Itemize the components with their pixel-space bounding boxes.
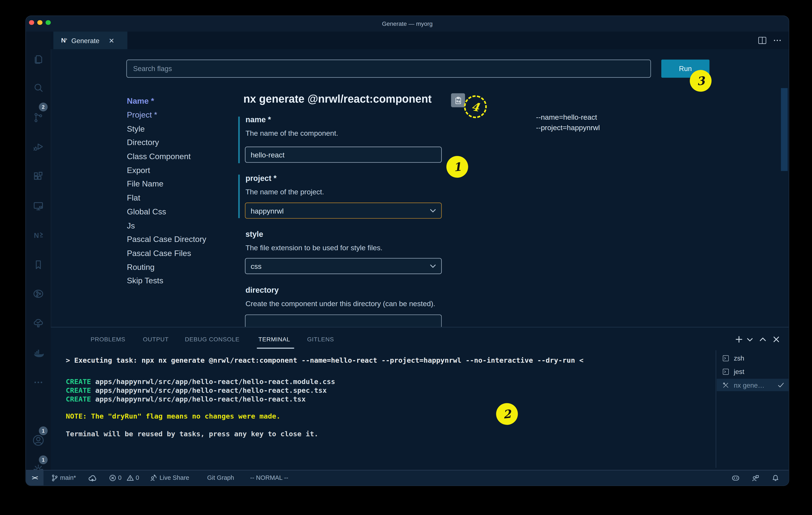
tab-debug-console[interactable]: DEBUG CONSOLE [185,336,239,343]
accounts-icon[interactable] [31,433,46,448]
create-keyword: CREATE [66,377,91,385]
style-field-description: The file extension to be used for style … [245,243,382,252]
terminal-list-item-nx-generate[interactable]: nx gene… [717,379,789,391]
flag-name-preview: --name=hello-react [536,112,600,123]
chevron-down-icon [430,264,436,268]
generator-heading: nx generate @nrwl/react:component [243,93,432,105]
todo-tree-icon[interactable] [32,317,45,329]
style-select[interactable]: css [245,258,442,274]
flag-list-item-file-name[interactable]: File Name [127,177,236,191]
svg-text:N: N [34,232,39,239]
extensions-icon[interactable] [32,170,45,183]
new-terminal-icon[interactable] [735,335,743,344]
git-branch-label[interactable]: main* [60,470,76,485]
terminal-list-item-jest[interactable]: jest [717,365,789,378]
terminal-output[interactable]: > Executing task: npx nx generate @nrwl/… [66,352,711,443]
active-tab-underline [257,348,294,349]
bookmarks-icon[interactable] [32,259,45,271]
style-select-value: css [251,262,261,270]
git-graph-icon[interactable] [32,288,45,300]
flag-list-item-skip-tests[interactable]: Skip Tests [127,274,236,288]
source-control-icon[interactable] [32,111,45,124]
clipboard-icon [453,96,463,105]
terminal-list-label: zsh [734,354,744,362]
nx-console-icon[interactable]: N [32,229,45,241]
project-select[interactable]: happynrwl [245,203,442,219]
editor-scrollbar[interactable] [781,88,788,171]
terminal-list-item-zsh[interactable]: zsh [717,352,789,364]
terminal-note-line: NOTE: The "dryRun" flag means no changes… [66,412,281,420]
errors-count[interactable]: 0 [118,470,121,485]
editor-tab-bar [51,32,789,49]
copilot-icon[interactable] [731,473,740,482]
copy-command-button[interactable] [451,93,465,107]
more-views-icon[interactable] [32,376,45,388]
created-file-path: apps/happynrwl/src/app/hello-react/hello… [95,395,306,403]
run-debug-icon[interactable] [32,140,45,153]
name-field-description: The name of the component. [245,129,338,137]
editor-more-actions-icon[interactable] [772,35,783,46]
sync-cloud-icon[interactable] [88,473,97,482]
directory-input[interactable] [245,315,442,327]
terminal-icon [722,368,729,375]
tab-label: Generate [71,36,99,44]
source-control-badge: 2 [39,103,48,111]
flag-list-item-export[interactable]: Export [127,163,236,177]
tab-gitlens[interactable]: GITLENS [307,336,334,343]
terminal-list-label: nx gene… [734,381,764,389]
tab-problems[interactable]: PROBLEMS [91,336,125,343]
project-section-accent-bar [238,174,240,218]
search-flags-input[interactable] [126,59,651,78]
tab-terminal[interactable]: TERMINAL [258,336,290,343]
flag-list-item-name[interactable]: Name * [127,94,236,108]
flag-list: Name * Project * Style Directory Class C… [127,94,236,288]
flag-list-item-routing[interactable]: Routing [127,260,236,274]
feedback-icon[interactable] [751,474,759,482]
terminal-dropdown-icon[interactable] [747,337,753,343]
remote-indicator[interactable]: >< [26,470,44,485]
close-panel-icon[interactable] [773,336,780,343]
flag-project-preview: --project=happynrwl [536,123,600,133]
task-tools-icon [722,381,729,389]
flag-list-item-style[interactable]: Style [127,122,236,136]
style-field-label: style [245,229,263,238]
git-branch-icon [51,474,58,482]
create-keyword: CREATE [66,395,91,403]
directory-field-label: directory [245,286,279,294]
search-icon[interactable] [32,82,45,94]
flags-preview: --name=hello-react --project=happynrwl [536,112,600,133]
name-input[interactable] [245,146,442,163]
tab-generate[interactable]: N› Generate ✕ [53,32,127,49]
annotation-circle-1: 1 [445,155,469,179]
flag-list-item-project[interactable]: Project * [127,108,236,122]
maximize-panel-icon[interactable] [759,336,766,343]
remote-explorer-icon[interactable] [32,200,45,212]
terminal-reuse-line: Terminal will be reused by tasks, press … [66,430,318,438]
flag-list-item-class-component[interactable]: Class Component [127,150,236,163]
project-field-label: project * [245,174,277,182]
warnings-count[interactable]: 0 [136,470,139,485]
explorer-icon[interactable] [32,53,45,65]
errors-icon [109,474,116,482]
tab-output[interactable]: OUTPUT [143,336,169,343]
git-graph-label[interactable]: Git Graph [207,470,234,485]
flag-list-item-pascal-case-directory[interactable]: Pascal Case Directory [127,233,236,246]
docker-icon[interactable] [32,347,45,359]
accounts-badge: 1 [39,427,48,435]
flag-list-item-directory[interactable]: Directory [127,136,236,150]
terminal-create-line: CREATE apps/happynrwl/src/app/hello-reac… [66,386,327,394]
terminal-list-label: jest [734,368,744,375]
flag-list-item-global-css[interactable]: Global Css [127,205,236,219]
activity-bar: N 2 1 1 [26,32,51,470]
live-share-label[interactable]: Live Share [160,470,189,485]
flag-list-item-js[interactable]: Js [127,219,236,233]
tab-close-icon[interactable]: ✕ [109,36,114,44]
split-editor-icon[interactable] [757,35,767,46]
project-field-description: The name of the project. [245,188,324,196]
name-field-label: name * [245,115,271,124]
notifications-bell-icon[interactable] [772,474,779,482]
project-select-value: happynrwl [251,207,284,215]
flag-list-item-pascal-case-files[interactable]: Pascal Case Files [127,246,236,260]
terminal-create-line: CREATE apps/happynrwl/src/app/hello-reac… [66,395,306,403]
flag-list-item-flat[interactable]: Flat [127,191,236,205]
